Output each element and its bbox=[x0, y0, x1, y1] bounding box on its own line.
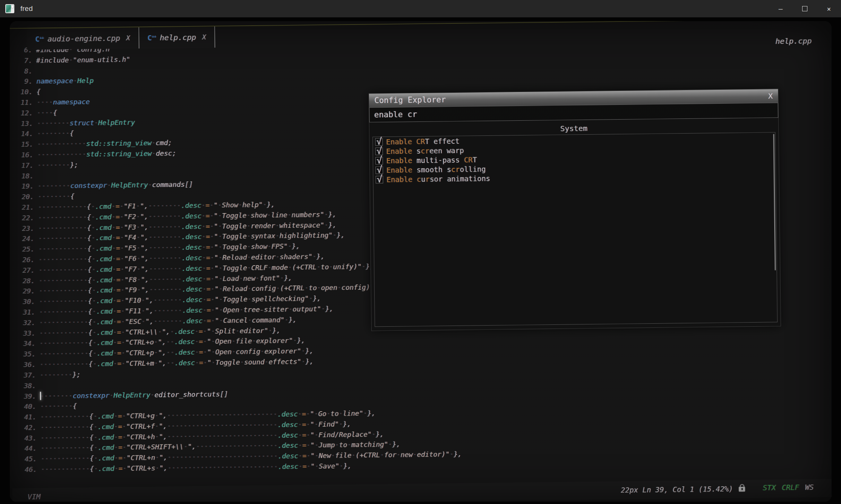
popup-scrollbar[interactable] bbox=[773, 134, 776, 270]
config-option-label: Enable CRT effect bbox=[386, 137, 460, 146]
tab-label: help.cpp bbox=[160, 33, 196, 42]
code-line[interactable]: 8. bbox=[10, 67, 36, 78]
tab-label: audio-engine.cpp bbox=[48, 34, 120, 43]
code-line[interactable]: 7.#include·"enum-utils.h" bbox=[10, 55, 130, 67]
config-option-label: Enable screen warp bbox=[386, 146, 464, 155]
line-number: 43. bbox=[12, 434, 37, 442]
status-flag-stx: STX bbox=[763, 483, 776, 492]
line-number: 41. bbox=[11, 413, 36, 421]
code-line[interactable]: 10.{ bbox=[10, 88, 41, 99]
line-number: 8. bbox=[10, 67, 32, 75]
line-number: 44. bbox=[12, 444, 37, 453]
cursor-position-label: 22px Ln 39, Col 1 (15.42%) bbox=[621, 485, 733, 494]
lock-icon bbox=[739, 487, 745, 492]
config-options-list: √Enable CRT effect√Enable screen warp√En… bbox=[372, 132, 778, 327]
line-number: 20. bbox=[10, 193, 34, 201]
config-option-label: Enable cursor animations bbox=[386, 174, 490, 183]
line-number: 7. bbox=[10, 56, 32, 65]
line-number: 46. bbox=[12, 466, 37, 474]
code-line[interactable]: 12.····{ bbox=[10, 109, 57, 120]
line-number: 25. bbox=[10, 245, 35, 254]
line-number: 31. bbox=[10, 308, 35, 317]
checkbox-checked[interactable]: √ bbox=[375, 157, 383, 164]
line-number: 36. bbox=[11, 361, 36, 369]
code-line[interactable]: 19.········constexpr·HelpEntry·commands[… bbox=[10, 180, 193, 193]
line-number: 45. bbox=[12, 455, 37, 463]
editor-mode-label: VIM bbox=[28, 492, 41, 501]
popup-close-icon[interactable]: X bbox=[768, 91, 773, 100]
code-line[interactable]: 38. bbox=[11, 381, 40, 392]
line-number: 23. bbox=[10, 224, 34, 232]
line-number: 12. bbox=[10, 109, 33, 117]
config-option-label: Enable multi-pass CRT bbox=[386, 155, 477, 165]
checkbox-checked[interactable]: √ bbox=[375, 166, 383, 174]
code-line[interactable]: 17.········}; bbox=[10, 161, 78, 172]
code-line[interactable]: 20.········{ bbox=[10, 192, 75, 204]
line-number: 15. bbox=[10, 140, 34, 149]
crt-screen: 6.#include·"config.h"7.#include·"enum-ut… bbox=[10, 21, 832, 502]
code-line[interactable]: 16.············std::string_view·desc; bbox=[10, 149, 176, 161]
line-number: 29. bbox=[10, 287, 35, 295]
tab-close-icon[interactable]: X bbox=[202, 33, 206, 41]
line-number: 26. bbox=[10, 256, 35, 264]
code-line[interactable]: 9.namespace·Help bbox=[10, 77, 94, 88]
line-number: 22. bbox=[10, 214, 34, 222]
line-number: 33. bbox=[11, 329, 35, 337]
checkbox-checked[interactable]: √ bbox=[375, 148, 383, 155]
line-number: 18. bbox=[10, 172, 34, 180]
line-number: 10. bbox=[10, 88, 33, 96]
line-number: 38. bbox=[11, 381, 36, 390]
line-number: 42. bbox=[12, 423, 37, 432]
maximize-button[interactable] bbox=[793, 0, 817, 17]
line-number: 34. bbox=[11, 340, 35, 348]
config-explorer-popup: Config Explorer X enable cr System √Enab… bbox=[369, 89, 781, 331]
maximize-icon bbox=[802, 6, 807, 11]
window-title: fred bbox=[20, 5, 33, 13]
tab-close-icon[interactable]: X bbox=[126, 34, 130, 42]
code-line[interactable]: 40.········{ bbox=[11, 402, 77, 413]
line-number: 16. bbox=[10, 151, 34, 159]
line-number: 14. bbox=[10, 130, 33, 138]
cpp-file-icon: C++ bbox=[148, 34, 156, 42]
line-number: 19. bbox=[10, 182, 34, 191]
line-number: 27. bbox=[10, 266, 35, 274]
line-number: 24. bbox=[10, 235, 34, 243]
os-titlebar: fred – × bbox=[0, 0, 841, 17]
cpp-file-icon: C++ bbox=[35, 35, 44, 43]
code-line[interactable]: 13.········struct·HelpEntry bbox=[10, 118, 135, 130]
code-line[interactable]: 18. bbox=[10, 172, 38, 183]
line-number: 13. bbox=[10, 119, 33, 128]
line-number: 39. bbox=[11, 392, 36, 401]
code-line[interactable]: 14.········{ bbox=[10, 129, 74, 141]
popup-title: Config Explorer bbox=[374, 95, 446, 105]
code-line[interactable]: 39.········constexpr·HelpEntry·editor_sh… bbox=[11, 390, 228, 403]
line-number: 17. bbox=[10, 161, 34, 169]
status-flag-crlf: CRLF bbox=[782, 483, 799, 492]
tab-help.cpp[interactable]: C++help.cppX bbox=[139, 26, 215, 48]
line-number: 37. bbox=[11, 371, 36, 379]
line-number: 30. bbox=[10, 298, 35, 306]
line-number: 11. bbox=[10, 98, 33, 107]
line-number: 40. bbox=[11, 403, 36, 411]
code-line[interactable]: 37.········}; bbox=[11, 370, 81, 382]
status-flag-ws: WS bbox=[805, 483, 814, 491]
checkbox-checked[interactable]: √ bbox=[375, 176, 383, 183]
minimize-button[interactable]: – bbox=[769, 0, 793, 17]
line-number: 9. bbox=[10, 77, 33, 86]
line-number: 32. bbox=[11, 318, 35, 327]
app-icon bbox=[5, 4, 14, 13]
check-icon: √ bbox=[377, 174, 382, 184]
line-number: 35. bbox=[11, 350, 36, 358]
code-line[interactable]: 11.····namespace bbox=[10, 98, 90, 109]
checkbox-checked[interactable]: √ bbox=[375, 138, 383, 146]
tab-audio-engine.cpp[interactable]: C++audio-engine.cppX bbox=[27, 27, 139, 49]
line-number: 21. bbox=[10, 203, 34, 212]
line-number: 28. bbox=[10, 277, 35, 285]
close-button[interactable]: × bbox=[817, 0, 841, 17]
config-option-label: Enable smooth scrolling bbox=[386, 165, 486, 174]
